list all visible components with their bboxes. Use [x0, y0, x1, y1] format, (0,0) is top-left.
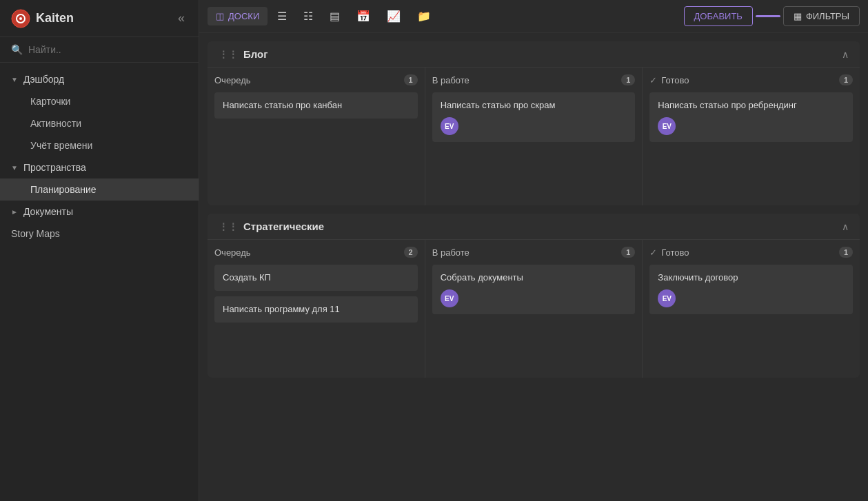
- column-header-inprogress-blog: В работе 1: [432, 74, 636, 85]
- search-area: 🔍: [0, 37, 199, 63]
- search-input[interactable]: [28, 44, 188, 55]
- group-header-blog: ⋮⋮ Блог ∧: [208, 41, 860, 68]
- column-done-strategic: ✓ Готово 1 Заключить договор EV: [643, 240, 860, 378]
- board-area: ⋮⋮ Блог ∧ Очередь 1 Написать статью про …: [199, 33, 868, 501]
- card-kp[interactable]: Создать КП: [214, 265, 418, 291]
- column-header-inprogress-strategic: В работе 1: [432, 247, 636, 258]
- search-wrapper: 🔍: [11, 44, 188, 55]
- sidebar-item-planning[interactable]: Планирование: [0, 178, 199, 201]
- chart-view-button[interactable]: 📈: [380, 6, 407, 27]
- add-button[interactable]: ДОБАВИТЬ: [684, 6, 753, 26]
- column-count-done-strategic: 1: [839, 247, 853, 258]
- column-queue-blog: Очередь 1 Написать статью про канбан: [208, 68, 425, 205]
- sidebar-item-spaces[interactable]: ▼ Пространства: [0, 156, 199, 178]
- toolbar: ◫ ДОСКИ ☰ ☷ ▤ 📅 📈 📁 ДОБАВИТЬ ▦ ФИЛЬТРЫ: [199, 0, 868, 33]
- table-view-button[interactable]: ☷: [296, 6, 320, 27]
- story-maps-label: Story Maps: [11, 228, 60, 239]
- column-queue-strategic: Очередь 2 Создать КП Написать программу …: [208, 240, 425, 378]
- column-title-inprogress-blog: В работе: [432, 75, 470, 85]
- card-title-kp: Создать КП: [223, 272, 410, 284]
- avatar-docs: EV: [441, 289, 458, 307]
- card-scrum[interactable]: Написать статью про скрам EV: [432, 92, 636, 142]
- boards-label: ДОСКИ: [228, 11, 259, 21]
- column-header-done-strategic: ✓ Готово 1: [649, 247, 853, 258]
- check-icon-strategic: ✓: [649, 247, 657, 258]
- group-toggle-blog[interactable]: ∧: [842, 49, 849, 60]
- card-kanban[interactable]: Написать статью про канбан: [214, 92, 418, 119]
- collapse-sidebar-button[interactable]: «: [175, 8, 188, 28]
- search-icon: 🔍: [11, 44, 23, 55]
- card-docs[interactable]: Собрать документы EV: [432, 265, 636, 314]
- filters-label: ФИЛЬТРЫ: [806, 11, 849, 21]
- dashboard-label: Дэшборд: [23, 74, 64, 85]
- column-title-queue-strategic: Очередь: [214, 247, 251, 258]
- column-count-done-blog: 1: [839, 74, 853, 85]
- filters-button[interactable]: ▦ ФИЛЬТРЫ: [783, 6, 860, 26]
- column-title-queue-blog: Очередь: [214, 75, 251, 85]
- column-count-queue-blog: 1: [404, 74, 418, 85]
- group-name-blog: Блог: [243, 48, 268, 60]
- card-rebranding[interactable]: Написать статью про ребрендинг EV: [649, 92, 853, 142]
- sidebar-item-cards[interactable]: Карточки: [0, 90, 199, 112]
- group-title-strategic: ⋮⋮ Стратегические: [219, 221, 324, 232]
- columns-row-blog: Очередь 1 Написать статью про канбан В р…: [208, 68, 860, 205]
- sidebar-item-activities[interactable]: Активности: [0, 112, 199, 134]
- drag-icon: ⋮⋮: [219, 49, 238, 60]
- column-done-blog: ✓ Готово 1 Написать статью про ребрендин…: [643, 68, 860, 205]
- dashboard-chevron-icon: ▼: [11, 76, 18, 83]
- board-group-blog: ⋮⋮ Блог ∧ Очередь 1 Написать статью про …: [208, 41, 860, 205]
- spaces-label: Пространства: [23, 162, 86, 173]
- spaces-chevron-icon: ▼: [11, 164, 18, 172]
- card-title-docs: Собрать документы: [441, 272, 627, 284]
- avatar-scrum: EV: [441, 117, 458, 135]
- list-view-button[interactable]: ☰: [270, 6, 294, 27]
- drag-icon-strategic: ⋮⋮: [219, 221, 238, 232]
- check-icon: ✓: [649, 75, 657, 85]
- sidebar-item-dashboard[interactable]: ▼ Дэшборд: [0, 68, 199, 90]
- filter-view-button[interactable]: ▤: [323, 6, 347, 27]
- calendar-view-button[interactable]: 📅: [350, 6, 377, 27]
- column-count-inprogress-strategic: 1: [621, 247, 635, 258]
- card-contract[interactable]: Заключить договор EV: [649, 265, 853, 314]
- column-title-done-strategic: ✓ Готово: [649, 247, 689, 258]
- group-title-blog: ⋮⋮ Блог: [219, 48, 268, 60]
- documents-label: Документы: [23, 206, 73, 217]
- board-group-strategic: ⋮⋮ Стратегические ∧ Очередь 2 Создать КП: [208, 214, 860, 378]
- group-header-strategic: ⋮⋮ Стратегические ∧: [208, 214, 860, 240]
- main-content: ◫ ДОСКИ ☰ ☷ ▤ 📅 📈 📁 ДОБАВИТЬ ▦ ФИЛЬТРЫ ⋮…: [199, 0, 868, 501]
- documents-chevron-icon: ►: [11, 208, 18, 216]
- card-title-program: Написать программу для 11: [223, 303, 410, 316]
- column-header-done-blog: ✓ Готово 1: [649, 74, 853, 85]
- card-title-rebranding: Написать статью про ребрендинг: [658, 99, 845, 112]
- column-title-inprogress-strategic: В работе: [432, 247, 470, 258]
- add-label: ДОБАВИТЬ: [694, 11, 743, 21]
- filter-icon: ▦: [794, 11, 802, 21]
- column-count-queue-strategic: 2: [404, 247, 418, 258]
- column-inprogress-blog: В работе 1 Написать статью про скрам EV: [425, 68, 643, 205]
- purple-line-icon: [756, 15, 780, 17]
- card-title-scrum: Написать статью про скрам: [441, 99, 627, 112]
- group-toggle-strategic[interactable]: ∧: [842, 221, 849, 232]
- boards-button[interactable]: ◫ ДОСКИ: [208, 7, 268, 25]
- logo-area: Kaiten: [11, 9, 74, 28]
- nav-section: ▼ Дэшборд Карточки Активности Учёт време…: [0, 63, 199, 250]
- archive-view-button[interactable]: 📁: [410, 6, 438, 27]
- sidebar-item-story-maps[interactable]: Story Maps: [0, 223, 199, 245]
- group-name-strategic: Стратегические: [243, 221, 324, 232]
- card-program[interactable]: Написать программу для 11: [214, 296, 418, 323]
- column-inprogress-strategic: В работе 1 Собрать документы EV: [425, 240, 643, 378]
- card-title-contract: Заключить договор: [658, 272, 845, 284]
- sidebar-header: Kaiten «: [0, 0, 199, 37]
- sidebar: Kaiten « 🔍 ▼ Дэшборд Карточки Активности…: [0, 0, 199, 501]
- column-header-queue-strategic: Очередь 2: [214, 247, 418, 258]
- card-title-kanban: Написать статью про канбан: [223, 99, 410, 112]
- columns-row-strategic: Очередь 2 Создать КП Написать программу …: [208, 240, 860, 378]
- avatar-contract: EV: [658, 289, 676, 307]
- column-title-done-blog: ✓ Готово: [649, 75, 689, 85]
- sidebar-item-time-tracking[interactable]: Учёт времени: [0, 134, 199, 156]
- svg-point-2: [19, 17, 22, 20]
- column-count-inprogress-blog: 1: [621, 74, 635, 85]
- kaiten-logo-icon: [11, 9, 30, 28]
- column-header-queue-blog: Очередь 1: [214, 74, 418, 85]
- sidebar-item-documents[interactable]: ► Документы: [0, 201, 199, 223]
